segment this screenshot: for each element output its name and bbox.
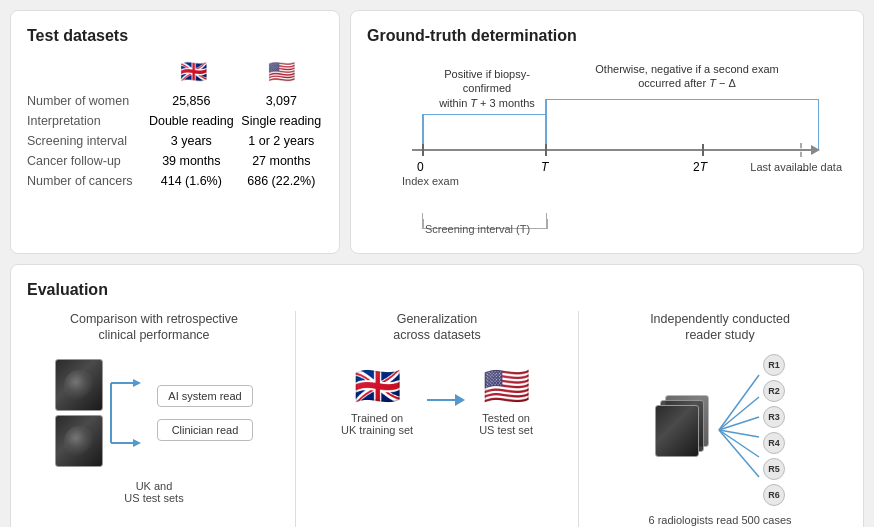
timeline-container: Positive if biopsy-confirmedwithin T + 3… xyxy=(367,57,847,237)
row-uk: Double reading xyxy=(147,111,240,131)
connector-section xyxy=(111,354,141,472)
svg-marker-1 xyxy=(133,379,141,387)
radiologist-R6: R6 xyxy=(763,484,785,506)
uk-flag-large: 🇬🇧 xyxy=(354,364,401,408)
row-uk: 39 months xyxy=(147,151,240,171)
generalization-title: Generalizationacross datasets xyxy=(393,311,481,344)
row-label: Number of women xyxy=(27,91,147,111)
screening-brace-right-v xyxy=(546,219,548,229)
screening-brace-left-v xyxy=(422,219,424,229)
mammo-reader-1 xyxy=(655,405,699,457)
tick-label-0: 0 xyxy=(417,160,424,174)
generalization-content: 🇬🇧 Trained onUK training set 🇺🇸 Tested o… xyxy=(341,364,533,436)
test-datasets-table: 🇬🇧 🇺🇸 Number of women 25,856 3,097 Inter… xyxy=(27,57,323,191)
row-us: Single reading xyxy=(240,111,323,131)
row-uk: 25,856 xyxy=(147,91,240,111)
tick-label-T: T xyxy=(541,160,548,174)
radiologist-R5: R5 xyxy=(763,458,785,480)
svg-line-7 xyxy=(719,417,759,430)
eval-section-reader: Independently conductedreader study xyxy=(593,311,847,527)
radiologist-circles: R1 R2 R3 R4 R5 R6 xyxy=(763,354,785,506)
timeline-arrow xyxy=(811,145,820,155)
row-uk: 3 years xyxy=(147,131,240,151)
row-label: Number of cancers xyxy=(27,171,147,191)
positive-annotation: Positive if biopsy-confirmedwithin T + 3… xyxy=(422,67,552,110)
eval-divider-2 xyxy=(578,311,579,527)
timeline-line xyxy=(412,149,812,151)
ground-truth-title: Ground-truth determination xyxy=(367,27,847,45)
reader-content: R1 R2 R3 R4 R5 R6 xyxy=(655,354,785,506)
eval-divider-1 xyxy=(295,311,296,527)
read-boxes: AI system read Clinician read xyxy=(157,385,252,441)
comparison-title: Comparison with retrospectiveclinical pe… xyxy=(70,311,238,344)
negative-brace-right xyxy=(818,99,820,150)
negative-annotation: Otherwise, negative if a second examoccu… xyxy=(587,62,787,91)
us-flag: 🇺🇸 xyxy=(240,57,323,91)
row-label: Interpretation xyxy=(27,111,147,131)
eval-section-generalization: Generalizationacross datasets 🇬🇧 Trained… xyxy=(310,311,564,527)
screening-interval-label: Screening interval (T) xyxy=(425,223,530,235)
mammo-stack-reader xyxy=(655,395,715,465)
last-data-label: Last available data xyxy=(750,160,842,174)
tick-T xyxy=(545,144,547,156)
reader-title: Independently conductedreader study xyxy=(650,311,790,344)
arrow-head xyxy=(455,394,465,406)
negative-brace xyxy=(545,99,819,139)
train-label: Trained onUK training set xyxy=(341,412,413,436)
ground-truth-card: Ground-truth determination Positive if b… xyxy=(350,10,864,254)
row-us: 1 or 2 years xyxy=(240,131,323,151)
reader-lines-svg xyxy=(719,365,759,495)
evaluation-card: Evaluation Comparison with retrospective… xyxy=(10,264,864,527)
row-uk: 414 (1.6%) xyxy=(147,171,240,191)
test-datasets-card: Test datasets 🇬🇧 🇺🇸 Number of women 25,8… xyxy=(10,10,340,254)
test-datasets-title: Test datasets xyxy=(27,27,323,45)
tick-0 xyxy=(422,144,424,156)
svg-marker-3 xyxy=(133,439,141,447)
test-table-row: Interpretation Double reading Single rea… xyxy=(27,111,323,131)
uk-section: 🇬🇧 Trained onUK training set xyxy=(341,364,413,436)
row-us: 3,097 xyxy=(240,91,323,111)
uk-flag: 🇬🇧 xyxy=(147,57,240,91)
evaluation-title: Evaluation xyxy=(27,281,847,299)
clinician-read-box: Clinician read xyxy=(157,419,252,441)
eval-sections: Comparison with retrospectiveclinical pe… xyxy=(27,311,847,527)
mammo-stack-comparison xyxy=(55,359,103,467)
mammo-img-bottom xyxy=(55,415,103,467)
radiologist-R3: R3 xyxy=(763,406,785,428)
test-table-row: Number of women 25,856 3,097 xyxy=(27,91,323,111)
radiologist-R4: R4 xyxy=(763,432,785,454)
comparison-bottom-label: UK andUS test sets xyxy=(124,480,183,504)
radiologist-R1: R1 xyxy=(763,354,785,376)
ai-read-box: AI system read xyxy=(157,385,252,407)
us-flag-large: 🇺🇸 xyxy=(483,364,530,408)
connector-svg xyxy=(111,354,141,472)
row-label: Cancer follow-up xyxy=(27,151,147,171)
row-us: 27 months xyxy=(240,151,323,171)
radiologist-R2: R2 xyxy=(763,380,785,402)
test-label: Tested onUS test set xyxy=(479,412,533,436)
row-label: Screening interval xyxy=(27,131,147,151)
tick-2T xyxy=(702,144,704,156)
comparison-content: AI system read Clinician read xyxy=(55,354,252,472)
test-table-row: Number of cancers 414 (1.6%) 686 (22.2%) xyxy=(27,171,323,191)
us-section: 🇺🇸 Tested onUS test set xyxy=(479,364,533,436)
test-table-row: Cancer follow-up 39 months 27 months xyxy=(27,151,323,171)
eval-section-comparison: Comparison with retrospectiveclinical pe… xyxy=(27,311,281,527)
reader-bottom-label: 6 radiologists read 500 casesfrom US tes… xyxy=(648,514,791,528)
tick-label-2T: 2T xyxy=(693,160,707,174)
tick-dotted xyxy=(800,143,802,157)
positive-brace xyxy=(422,114,547,138)
negative-brace-left xyxy=(545,99,547,150)
mammo-img-top xyxy=(55,359,103,411)
index-exam-label: Index exam xyxy=(402,175,459,187)
test-table-row: Screening interval 3 years 1 or 2 years xyxy=(27,131,323,151)
arrow-line xyxy=(427,399,455,401)
generalization-arrow xyxy=(427,394,465,406)
row-us: 686 (22.2%) xyxy=(240,171,323,191)
